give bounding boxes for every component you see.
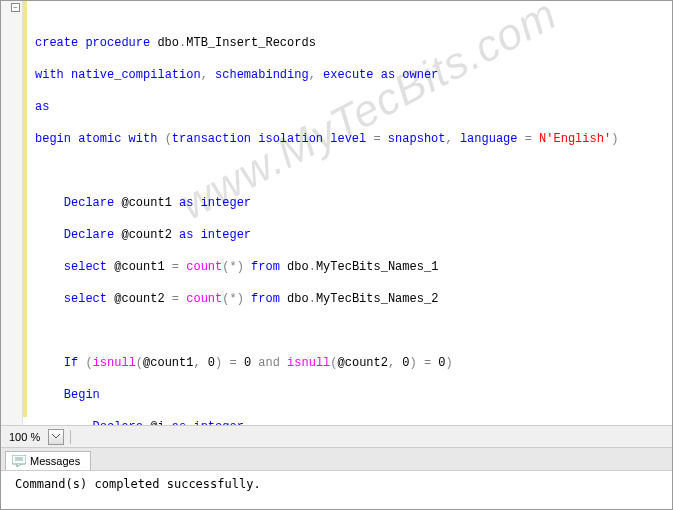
results-tab-strip: Messages (1, 447, 672, 471)
sql-code-editor[interactable]: − www.MyTecBits.com create procedure dbo… (1, 1, 672, 425)
status-message: Command(s) completed successfully. (15, 477, 261, 491)
horiz-scroll-start-icon[interactable] (70, 430, 80, 444)
chevron-down-icon (52, 434, 60, 439)
tab-messages[interactable]: Messages (5, 451, 91, 470)
zoom-dropdown-button[interactable] (48, 429, 64, 445)
messages-panel[interactable]: Command(s) completed successfully. (1, 471, 672, 509)
editor-gutter (1, 1, 23, 425)
messages-icon (12, 455, 26, 467)
change-indicator-bar (23, 1, 27, 417)
outline-collapse-icon[interactable]: − (11, 3, 20, 12)
zoom-bar: 100 % (1, 425, 672, 447)
code-body[interactable]: www.MyTecBits.com create procedure dbo.M… (29, 1, 672, 425)
tab-messages-label: Messages (30, 455, 80, 467)
zoom-value: 100 % (1, 431, 46, 443)
